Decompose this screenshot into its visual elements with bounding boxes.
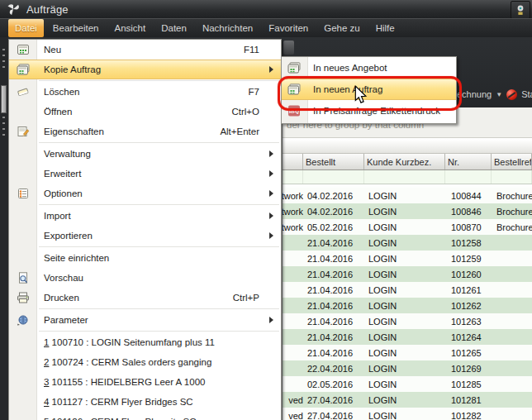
orders-grid: der here to group by that column Bestell…: [282, 107, 532, 420]
menu-item[interactable]: Seite einrichten: [9, 248, 281, 268]
menubar-item[interactable]: Gehe zu: [317, 19, 366, 37]
table-row[interactable]: 21.04.2016 LOGIN 101259: [283, 251, 532, 266]
chevron-down-icon[interactable]: ▼: [496, 91, 502, 98]
kopie-auftrag-submenu: In neues Angebot In neuen Auftrag RFQ In…: [281, 56, 457, 124]
table-row[interactable]: 21.04.2016 LOGIN 101265: [283, 345, 532, 360]
grid-filter-row[interactable]: [283, 170, 532, 184]
icon-slot: [16, 375, 31, 389]
menu-item[interactable]: 5 101126 : CERM Flyer Plagwitz SC: [9, 412, 281, 420]
scrollbar-thumb[interactable]: [1, 85, 7, 113]
menubar-item[interactable]: Nachrichten: [196, 19, 259, 37]
menubar-item[interactable]: Daten: [154, 19, 193, 37]
toolbar-button-partial-icon[interactable]: [283, 41, 294, 55]
icon-slot: [16, 229, 31, 242]
title-bar: Aufträge: [0, 0, 532, 19]
menu-item[interactable]: Erweitert: [9, 164, 281, 184]
properties-icon: [16, 125, 31, 138]
table-row[interactable]: twork 04.02.2016 LOGIN 100846 Brochure: [283, 203, 532, 219]
menu-item[interactable]: Import: [9, 206, 281, 226]
menu-item[interactable]: Kopie Auftrag: [9, 60, 281, 79]
svg-text:RFQ: RFQ: [289, 109, 299, 114]
table-row[interactable]: 21.04.2016 LOGIN 101262: [283, 298, 532, 313]
form-new-icon: [16, 43, 31, 56]
cancel-status-icon[interactable]: [506, 89, 517, 100]
table-row[interactable]: 21.04.2016 LOGIN 101261: [283, 282, 532, 298]
toolbar-fragment: echnung ▼ Sta: [457, 86, 532, 103]
icon-slot: [16, 209, 31, 222]
preview-icon: [16, 271, 31, 284]
column-header-bestellref[interactable]: Bestellref: [492, 154, 532, 169]
submenu-item[interactable]: In neuen Auftrag: [282, 79, 456, 100]
app-icon: [6, 2, 21, 16]
window-title: Aufträge: [26, 3, 69, 16]
menubar-item[interactable]: Hilfe: [369, 19, 401, 37]
grid-header-row: Bestellt Kunde Kurzbez. Nr. Bestellref: [283, 154, 532, 170]
options-icon: [16, 187, 31, 200]
table-row[interactable]: 21.04.2016 LOGIN 101260: [283, 266, 532, 282]
file-menu: Neu F11 Kopie Auftrag Löschen F7 Öffnen …: [8, 39, 282, 420]
menubar-item[interactable]: Favoriten: [262, 19, 315, 37]
rechnung-button[interactable]: echnung: [457, 89, 492, 99]
menubar-item[interactable]: Bearbeiten: [46, 19, 106, 37]
menu-item[interactable]: Exportieren: [9, 226, 281, 246]
menu-item[interactable]: Parameter: [9, 310, 281, 330]
menu-item[interactable]: 3 101155 : HEIDELBERG Leer A 1000: [9, 372, 281, 392]
table-row[interactable]: twork 05.02.2016 LOGIN 100870 Brochure: [283, 219, 532, 235]
icon-slot: [16, 336, 31, 349]
application-window: Aufträge DateiBearbeitenAnsichtDatenNach…: [0, 0, 532, 420]
submenu-item[interactable]: RFQ In Preisanfrage Etikettendruck: [282, 100, 456, 122]
globe-icon: [16, 313, 31, 327]
table-row[interactable]: 21.04.2016 LOGIN 101258: [283, 235, 532, 251]
menu-item[interactable]: Löschen F7: [9, 82, 281, 102]
menu-item[interactable]: Optionen: [9, 184, 281, 203]
icon-slot: [16, 395, 31, 408]
form-copy-icon: [287, 83, 302, 96]
menu-item[interactable]: Vorschau: [9, 268, 281, 288]
table-row[interactable]: ved 27.04.2016 LOGIN 101281: [283, 392, 532, 408]
table-row[interactable]: ved 27.04.2016 LOGIN 101282: [283, 408, 532, 420]
titlebar-gadget-button[interactable]: [511, 1, 530, 19]
menu-item[interactable]: 4 101127 : CERM Flyer Bridges SC: [9, 392, 281, 412]
icon-slot: [16, 415, 31, 420]
rfq-badge-icon: RFQ: [287, 104, 302, 117]
eraser-icon: [16, 85, 31, 98]
icon-slot: [16, 167, 31, 180]
column-header-nr[interactable]: Nr.: [445, 154, 492, 169]
table-row[interactable]: 21.04.2016 LOGIN 101263: [283, 313, 532, 329]
icon-slot: [16, 147, 31, 160]
menubar-item[interactable]: Datei: [8, 19, 44, 37]
printer-icon: [16, 291, 31, 304]
table-row[interactable]: 21.04.2016 LOGIN 101264: [283, 329, 532, 345]
submenu-item[interactable]: In neues Angebot: [282, 57, 456, 79]
icon-slot: [16, 251, 31, 265]
menu-item[interactable]: 1 100710 : LOGIN Seitenumfang plus 11: [9, 332, 281, 352]
form-copy-icon: [287, 61, 302, 74]
menu-item[interactable]: Drucken Ctrl+P: [9, 288, 281, 308]
splitter-grip[interactable]: [2, 117, 5, 140]
status-label-partial: Sta: [521, 89, 532, 99]
menu-bar: DateiBearbeitenAnsichtDatenNachrichtenFa…: [0, 18, 532, 37]
menu-item[interactable]: Neu F11: [9, 40, 281, 60]
grid-band-row: [283, 141, 532, 154]
table-row[interactable]: 22.04.2016 LOGIN 101269: [283, 360, 532, 376]
table-row[interactable]: twork 04.02.2016 LOGIN 100844 Brochure: [283, 188, 532, 203]
menu-item[interactable]: 2 100724 : CERM Sales orders ganging: [9, 352, 281, 372]
column-header-status[interactable]: [283, 154, 303, 169]
icon-slot: [16, 356, 31, 369]
menu-item[interactable]: Öffnen Ctrl+O: [9, 102, 281, 122]
table-row[interactable]: 02.05.2016 LOGIN 101285: [283, 376, 532, 392]
menu-item[interactable]: Verwaltung: [9, 144, 281, 164]
icon-slot: [16, 105, 31, 118]
menubar-item[interactable]: Ansicht: [107, 19, 152, 37]
menu-item[interactable]: Eigenschaften Alt+Enter: [9, 122, 281, 141]
grid-rows: twork 04.02.2016 LOGIN 100844 Brochure t…: [283, 188, 532, 420]
splitter-grip[interactable]: [2, 49, 5, 72]
column-header-bestellt[interactable]: Bestellt: [303, 154, 364, 169]
form-copy-icon: [16, 63, 31, 76]
left-dock-strip: [0, 37, 8, 420]
column-header-kunde[interactable]: Kunde Kurzbez.: [364, 154, 445, 169]
